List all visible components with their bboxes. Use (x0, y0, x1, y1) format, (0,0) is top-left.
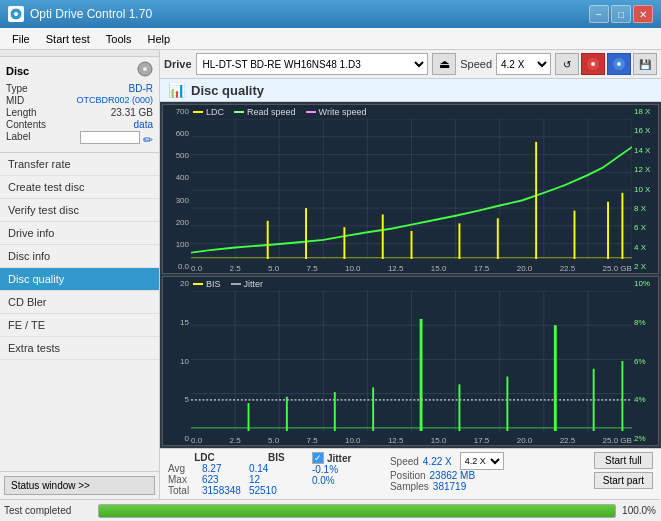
disc-type-label: Type (6, 83, 28, 94)
svg-point-3 (143, 67, 147, 71)
samples-stat-label: Samples (390, 481, 429, 492)
bis-col-header: BIS (249, 452, 304, 463)
drive-info-label: Drive info (8, 227, 54, 239)
bis-dot (193, 283, 203, 285)
disc-mid-label: MID (6, 95, 24, 106)
bis-max: 12 (249, 474, 304, 485)
disc-mid-value: OTCBDR002 (000) (76, 95, 153, 106)
sidebar-item-drive-info[interactable]: Drive info (0, 222, 159, 245)
disc-label-label: Label (6, 131, 30, 147)
sidebar-item-transfer-rate[interactable]: Transfer rate (0, 153, 159, 176)
chart1-y-axis-right: 18 X 16 X 14 X 12 X 10 X 8 X 6 X 4 X 2 X (632, 105, 658, 273)
menu-start-test[interactable]: Start test (38, 31, 98, 47)
content-area: Drive HL-DT-ST BD-RE WH16NS48 1.D3 ⏏ Spe… (160, 50, 661, 499)
progress-bar-container (98, 504, 616, 518)
avg-label: Avg (168, 463, 200, 474)
app-icon (8, 6, 24, 22)
sidebar: Disc Type BD-R MID OTCBDR002 (000) Lengt… (0, 50, 160, 499)
ldc-max: 623 (202, 474, 219, 485)
speed-stat-value: 4.22 X (423, 456, 452, 467)
jitter-avg: -0.1% (312, 464, 382, 475)
charts-container: LDC Read speed Write speed 700 600 50 (160, 102, 661, 448)
refresh-icon[interactable]: ↺ (555, 53, 579, 75)
speed-select[interactable]: 4.2 X (496, 53, 551, 75)
sidebar-item-fe-te[interactable]: FE / TE (0, 314, 159, 337)
jitter-checkbox[interactable] (312, 452, 324, 464)
svg-point-7 (617, 62, 621, 66)
menu-tools[interactable]: Tools (98, 31, 140, 47)
progress-bar-fill (99, 505, 615, 517)
speed-stat-label: Speed (390, 456, 419, 467)
chart2: BIS Jitter 20 15 10 5 0 10 (162, 276, 659, 446)
sidebar-item-cd-bler[interactable]: CD Bler (0, 291, 159, 314)
minimize-button[interactable]: − (589, 5, 609, 23)
menu-file[interactable]: File (4, 31, 38, 47)
jitter-dot (231, 283, 241, 285)
status-bar: Test completed 100.0% (0, 499, 660, 521)
sidebar-item-disc-info[interactable]: Disc info (0, 245, 159, 268)
nav-menu: Transfer rate Create test disc Verify te… (0, 153, 159, 471)
disc-label-edit-icon[interactable]: ✏ (143, 133, 153, 147)
chart1-legend: LDC Read speed Write speed (193, 107, 366, 117)
chart2-y-axis: 20 15 10 5 0 (163, 277, 191, 445)
disc-info-label: Disc info (8, 250, 50, 262)
chart1-x-axis: 0.0 2.5 5.0 7.5 10.0 12.5 15.0 17.5 20.0… (191, 264, 632, 273)
disc-quality-label: Disc quality (8, 273, 64, 285)
disc-panel: Disc Type BD-R MID OTCBDR002 (000) Lengt… (0, 57, 159, 153)
cd-bler-label: CD Bler (8, 296, 47, 308)
maximize-button[interactable]: □ (611, 5, 631, 23)
read-dot (234, 111, 244, 113)
speed-label: Speed (460, 58, 492, 70)
ldc-col-header: LDC (168, 452, 241, 463)
start-part-button[interactable]: Start part (594, 472, 653, 489)
drive-bar: Drive HL-DT-ST BD-RE WH16NS48 1.D3 ⏏ Spe… (160, 50, 661, 79)
progress-pct: 100.0% (620, 505, 656, 516)
chart-icon: 📊 (168, 82, 185, 98)
disc-length-value: 23.31 GB (111, 107, 153, 118)
ldc-avg: 8.27 (202, 463, 221, 474)
chart-header: 📊 Disc quality (160, 79, 661, 102)
close-button[interactable]: ✕ (633, 5, 653, 23)
start-full-button[interactable]: Start full (594, 452, 653, 469)
eject-button[interactable]: ⏏ (432, 53, 456, 75)
save-icon[interactable]: 💾 (633, 53, 657, 75)
svg-point-5 (591, 62, 595, 66)
ldc-total: 3158348 (202, 485, 241, 496)
stats-row: LDC Avg 8.27 Max 623 Total 3158348 BIS 0… (160, 448, 661, 499)
legend-write-speed: Write speed (306, 107, 367, 117)
transfer-rate-label: Transfer rate (8, 158, 71, 170)
verify-test-disc-label: Verify test disc (8, 204, 79, 216)
chart1-y-axis: 700 600 500 400 300 200 100 0.0 (163, 105, 191, 273)
write-dot (306, 111, 316, 113)
bis-total: 52510 (249, 485, 304, 496)
menu-help[interactable]: Help (139, 31, 178, 47)
disc-icon (137, 61, 153, 80)
sidebar-item-verify-test-disc[interactable]: Verify test disc (0, 199, 159, 222)
chart2-x-axis: 0.0 2.5 5.0 7.5 10.0 12.5 15.0 17.5 20.0… (191, 436, 632, 445)
total-label: Total (168, 485, 200, 496)
status-window-button[interactable]: Status window >> (4, 476, 155, 495)
sidebar-item-create-test-disc[interactable]: Create test disc (0, 176, 159, 199)
chart1: LDC Read speed Write speed 700 600 50 (162, 104, 659, 274)
blue-disc-icon (607, 53, 631, 75)
status-section: Status window >> (0, 471, 159, 499)
max-label: Max (168, 474, 200, 485)
sidebar-item-disc-quality[interactable]: Disc quality (0, 268, 159, 291)
chart2-y-axis-right: 10% 8% 6% 4% 2% (632, 277, 658, 445)
status-text: Test completed (4, 505, 94, 516)
samples-stat-value: 381719 (433, 481, 466, 492)
menu-bar: File Start test Tools Help (0, 28, 661, 50)
fe-te-label: FE / TE (8, 319, 45, 331)
disc-length-label: Length (6, 107, 37, 118)
speed-stat-select[interactable]: 4.2 X (460, 452, 504, 470)
jitter-max: 0.0% (312, 475, 382, 486)
position-stat-label: Position (390, 470, 426, 481)
sidebar-item-extra-tests[interactable]: Extra tests (0, 337, 159, 360)
extra-tests-label: Extra tests (8, 342, 60, 354)
drive-select[interactable]: HL-DT-ST BD-RE WH16NS48 1.D3 (196, 53, 429, 75)
legend-bis: BIS (193, 279, 221, 289)
position-stat-value: 23862 MB (430, 470, 476, 481)
ldc-dot (193, 111, 203, 113)
title-bar: Opti Drive Control 1.70 − □ ✕ (0, 0, 661, 28)
legend-ldc: LDC (193, 107, 224, 117)
